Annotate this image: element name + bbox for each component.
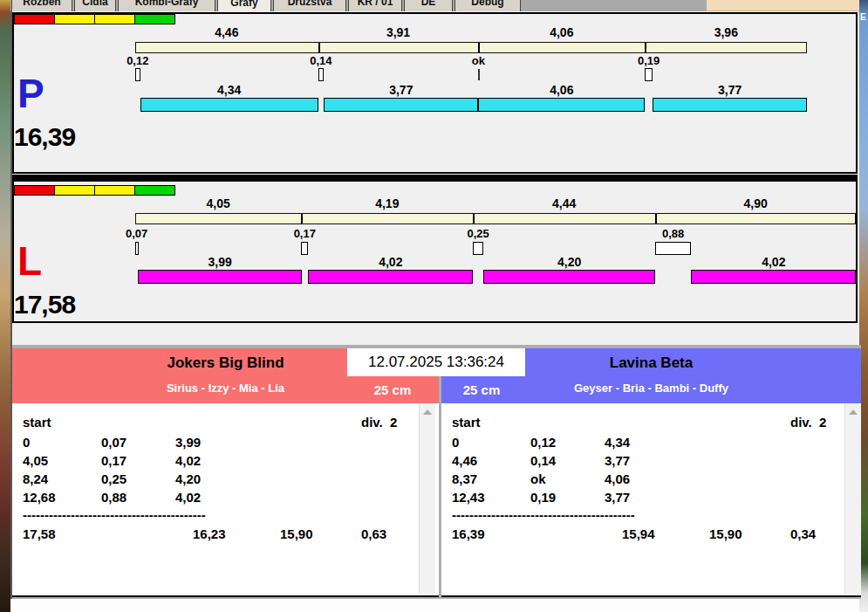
lane-panel-p: P 16,39 4,463,914,063,960,120,14ok0,194,… [12, 12, 858, 174]
table-cell: 4,02 [175, 452, 201, 470]
table-cell: 0,88 [101, 489, 126, 506]
table-start-header: start [452, 414, 481, 431]
scrollbar-up-icon[interactable] [849, 409, 858, 415]
split-tick [473, 214, 475, 223]
table-scrollbar[interactable] [844, 403, 861, 594]
tab-kr-01[interactable]: KR / 01 [348, 0, 402, 11]
gap-time-label: 0,88 [662, 227, 684, 240]
dog-run-bar [691, 270, 856, 284]
table-start-header: start [23, 414, 51, 431]
table-total-cell: 16,23 [193, 526, 226, 543]
dog-time-label: 4,34 [217, 84, 241, 97]
tab-cidla[interactable]: Cidla [74, 0, 116, 11]
table-cell: 4,05 [23, 452, 48, 470]
traffic-light-segment [14, 14, 55, 24]
gap-time-label: 0,25 [468, 227, 489, 240]
lane-total-time: 17,58 [14, 290, 75, 320]
dog-time-label: 3,99 [208, 256, 231, 269]
scrollbar-up-icon[interactable] [423, 409, 432, 415]
jump-height-label-right: 25 cm [438, 379, 525, 401]
table-cell: 8,37 [452, 471, 477, 488]
table-cell: 3,77 [605, 489, 630, 506]
table-total-cell: 15,90 [709, 526, 742, 543]
table-cell: 4,34 [605, 434, 630, 451]
table-cell: 0,07 [101, 434, 126, 451]
tab-kombi-grafy[interactable]: Kombi-Grafy [118, 0, 215, 11]
window-bottom-strip [10, 599, 859, 612]
tab-debug[interactable]: Debug [455, 0, 521, 11]
tab-de[interactable]: DE [404, 0, 453, 11]
traffic-light-segment [14, 185, 55, 196]
table-cell: 12,68 [23, 489, 56, 506]
dog-run-bar [483, 270, 655, 284]
dog-run-bar [324, 98, 478, 112]
lane-panel-l: L 17,58 4,054,194,444,900,070,170,250,88… [12, 180, 858, 323]
traffic-light-segment [94, 185, 135, 196]
dog-run-bar [308, 270, 473, 284]
table-cell: 0,17 [101, 452, 126, 470]
split-total-bar [135, 213, 856, 224]
split-time-label: 4,19 [375, 197, 399, 210]
gap-loss-marker [135, 68, 140, 81]
table-cell: 4,20 [175, 471, 201, 488]
table-cell: 0,25 [101, 471, 126, 488]
split-tick [478, 43, 480, 52]
table-total-cell: 16,39 [452, 526, 485, 543]
gap-time-label: 0,14 [310, 54, 331, 67]
table-total-cell: 0,63 [361, 526, 386, 543]
table-division-label: div. 2 [790, 414, 826, 431]
gap-time-label: 0,19 [638, 54, 660, 67]
dog-time-label: 3,77 [389, 84, 413, 97]
gap-time-label: 0,17 [294, 227, 316, 240]
split-tick [645, 43, 646, 52]
split-tick [318, 43, 320, 52]
table-cell: 0,19 [530, 489, 556, 506]
dog-run-bar [478, 98, 645, 112]
gap-loss-marker [301, 242, 308, 255]
table-cell: 12,43 [452, 489, 485, 506]
table-total-cell: 17,58 [23, 526, 56, 543]
gap-loss-marker [135, 242, 139, 255]
lane-total-time: 16,39 [14, 122, 75, 152]
table-cell: 4,02 [175, 489, 201, 506]
desktop-wallpaper-left-strip [0, 0, 10, 612]
split-time-label: 4,44 [552, 197, 576, 210]
timestamp-label: 12.07.2025 13:36:24 [347, 348, 525, 376]
split-tick [301, 214, 303, 223]
traffic-light-segment [134, 185, 175, 196]
dog-time-label: 4,20 [557, 256, 581, 269]
table-cell: 4,46 [452, 452, 477, 470]
split-tick [655, 214, 657, 223]
table-cell: 8,24 [23, 471, 48, 488]
dog-time-label: 4,02 [379, 256, 402, 269]
tab-grafy[interactable]: Grafy [217, 0, 271, 11]
results-table[interactable]: startdiv. 200,124,344,460,143,778,37ok4,… [441, 403, 861, 595]
split-time-label: 4,06 [550, 26, 573, 39]
tab-druzstva[interactable]: Druzstva [273, 0, 346, 11]
dog-run-bar [140, 98, 318, 112]
results-table[interactable]: startdiv. 200,073,994,050,174,028,240,25… [12, 403, 439, 595]
gap-loss-marker [318, 68, 325, 81]
traffic-light-segment [94, 14, 135, 24]
table-scrollbar[interactable] [419, 403, 435, 594]
lane-letter: P [17, 73, 44, 113]
ok-marker [478, 69, 480, 80]
tab-rozbeh[interactable]: Rozbeh [11, 0, 72, 11]
table-cell: 3,77 [605, 452, 630, 470]
traffic-light-segment [54, 14, 95, 24]
traffic-light-segment [54, 185, 95, 196]
table-cell: 4,06 [605, 471, 630, 488]
dog-time-label: 4,06 [550, 84, 573, 97]
table-total-cell: 15,94 [622, 526, 655, 543]
traffic-light-indicator [15, 14, 175, 24]
table-dashes: ----------------------------------------… [452, 506, 635, 524]
dog-time-label: 4,02 [762, 256, 785, 269]
split-time-label: 4,05 [207, 197, 230, 210]
split-time-label: 4,46 [215, 26, 238, 39]
gap-loss-marker [655, 242, 691, 255]
gap-loss-marker [473, 242, 483, 255]
dog-run-bar [138, 270, 302, 284]
table-cell: 0,14 [530, 452, 556, 470]
table-cell: 0,12 [530, 434, 556, 451]
gap-time-label: 0,12 [126, 54, 148, 67]
